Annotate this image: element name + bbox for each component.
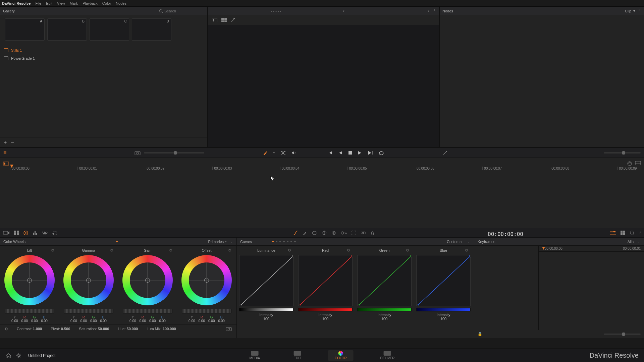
picker-icon[interactable]: [263, 150, 268, 155]
reset-icon[interactable]: ↻: [465, 248, 468, 253]
menu-color[interactable]: Color: [102, 1, 111, 5]
loop-icon[interactable]: [378, 150, 384, 155]
menu-edit[interactable]: Edit: [46, 1, 52, 5]
keyframe-lock-icon[interactable]: 🔒: [478, 332, 482, 336]
saturation-param[interactable]: Saturation: 50.000: [79, 327, 109, 331]
chevron-down-icon[interactable]: ▾: [633, 9, 635, 13]
color-match-icon[interactable]: [14, 231, 19, 235]
gallery-album-powergrade[interactable]: PowerGrade 1: [0, 54, 207, 62]
b-value[interactable]: 0.00: [41, 319, 47, 323]
curve-editor[interactable]: [239, 255, 293, 306]
timeline-view-icon[interactable]: [635, 161, 641, 166]
reset-icon[interactable]: ↻: [228, 248, 231, 253]
menu-view[interactable]: View: [57, 1, 65, 5]
y-value[interactable]: 0.00: [189, 319, 195, 323]
snapshot-icon[interactable]: [226, 326, 232, 331]
page-tab-color[interactable]: COLOR: [328, 350, 354, 361]
info-icon[interactable]: i: [639, 230, 641, 236]
timeline-filter-icon[interactable]: [627, 161, 632, 166]
curves-icon[interactable]: [293, 231, 298, 235]
remove-album-button[interactable]: −: [11, 139, 14, 145]
g-value[interactable]: 0.00: [149, 319, 156, 323]
panel-options-icon[interactable]: ⋮: [229, 239, 233, 244]
home-icon[interactable]: [5, 353, 11, 358]
master-jog[interactable]: [5, 309, 54, 313]
b-value[interactable]: 0.00: [159, 319, 165, 323]
curve-editor[interactable]: [357, 255, 412, 306]
keyframe-ruler[interactable]: 00:00:00:00 00:00:00:01: [539, 246, 644, 252]
y-value[interactable]: 0.00: [70, 319, 77, 323]
qualifier-icon[interactable]: [303, 231, 307, 235]
gallery-search[interactable]: [159, 9, 205, 13]
chevron-down-icon[interactable]: ▾: [426, 9, 431, 13]
lummix-param[interactable]: Lum Mix: 100.000: [147, 327, 176, 331]
search-icon[interactable]: [630, 231, 635, 235]
nodes-mode-dropdown[interactable]: Clip: [625, 9, 631, 13]
nodes-zoom[interactable]: [604, 152, 641, 154]
project-name[interactable]: Untitled Project: [28, 353, 55, 358]
viewer-clip-dropdown[interactable]: - - - - -: [211, 9, 341, 13]
grid-view-icon[interactable]: [221, 18, 227, 22]
panel-options-icon[interactable]: ⋮: [637, 239, 641, 244]
data-burn-icon[interactable]: [370, 231, 374, 235]
master-jog[interactable]: [123, 309, 172, 313]
color-wheel[interactable]: [122, 255, 173, 305]
reset-icon[interactable]: ↻: [110, 248, 113, 253]
clips-icon[interactable]: [3, 161, 9, 166]
add-album-button[interactable]: +: [4, 139, 7, 145]
go-end-icon[interactable]: [368, 150, 373, 155]
tracker-icon[interactable]: [322, 231, 327, 235]
hue-param[interactable]: Hue: 50.000: [118, 327, 138, 331]
menu-file[interactable]: File: [35, 1, 41, 5]
reset-icon[interactable]: ↻: [347, 248, 350, 253]
intensity-value[interactable]: 100: [263, 317, 269, 321]
auto-color-icon[interactable]: [443, 150, 448, 155]
color-wheels-mode-dropdown[interactable]: Primaries ▾: [208, 240, 227, 244]
color-wheel[interactable]: [4, 255, 55, 305]
reset-icon[interactable]: ↻: [51, 248, 54, 253]
primaries-bars-icon[interactable]: [33, 231, 38, 235]
chevron-down-icon[interactable]: ▾: [273, 150, 275, 155]
y-value[interactable]: 0.00: [129, 319, 136, 323]
keyframe-zoom[interactable]: [604, 334, 641, 335]
page-tab-media[interactable]: MEDIA: [243, 350, 267, 361]
chevron-down-icon[interactable]: ▾: [341, 9, 346, 13]
list-icon[interactable]: ☰: [3, 150, 7, 155]
keyframes-filter-dropdown[interactable]: All ▾: [628, 240, 634, 244]
sizing-icon[interactable]: [352, 231, 356, 235]
intensity-slider[interactable]: [239, 308, 293, 311]
color-wheel[interactable]: [181, 255, 232, 305]
curve-editor[interactable]: [416, 255, 471, 306]
intensity-slider[interactable]: [298, 308, 353, 311]
blur-icon[interactable]: [331, 231, 336, 235]
g-value[interactable]: 0.00: [90, 319, 97, 323]
clip-thumbnail-area[interactable]: [0, 170, 644, 228]
r-value[interactable]: 0.00: [199, 319, 205, 323]
r-value[interactable]: 0.00: [80, 319, 87, 323]
keyframes-mode-icon[interactable]: [610, 231, 616, 235]
intensity-value[interactable]: 100: [322, 317, 328, 321]
single-view-icon[interactable]: [212, 18, 217, 22]
stop-icon[interactable]: [348, 151, 352, 155]
master-jog[interactable]: [64, 309, 113, 313]
color-wheel[interactable]: [63, 255, 114, 305]
keyframe-graph[interactable]: [539, 254, 644, 330]
master-jog[interactable]: [182, 309, 231, 313]
magic-wand-icon[interactable]: [231, 18, 236, 22]
play-icon[interactable]: [358, 150, 362, 155]
g-value[interactable]: 0.00: [208, 319, 215, 323]
mute-icon[interactable]: [291, 150, 297, 155]
gallery-thumb[interactable]: B: [47, 18, 87, 41]
reset-icon[interactable]: ↻: [169, 248, 172, 253]
menu-nodes[interactable]: Nodes: [116, 1, 126, 5]
curves-mode-dropdown[interactable]: Custom ▾: [447, 240, 462, 244]
rgb-mixer-icon[interactable]: [42, 231, 48, 235]
curves-pager[interactable]: [272, 241, 296, 242]
grid-icon[interactable]: [621, 231, 625, 235]
nodes-options-icon[interactable]: ⋮: [637, 9, 641, 13]
reset-icon[interactable]: ↻: [406, 248, 409, 253]
snapshot-icon[interactable]: [135, 150, 141, 155]
contrast-param[interactable]: Contrast: 1.000: [17, 327, 42, 331]
r-value[interactable]: 0.00: [21, 319, 28, 323]
gallery-scrub[interactable]: [144, 152, 204, 154]
